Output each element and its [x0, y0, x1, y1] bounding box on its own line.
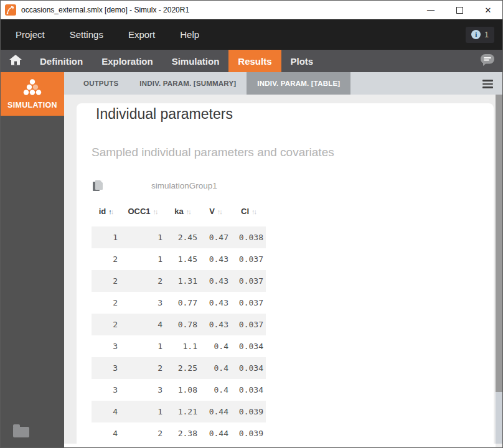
- info-icon: i: [471, 30, 481, 39]
- table-cell: 0.47: [200, 233, 231, 242]
- results-card: Individual parameters Sampled individual…: [77, 103, 494, 448]
- table-cell: 0.43: [200, 320, 231, 329]
- subtab-items: OUTPUTSINDIV. PARAM. [SUMMARY]INDIV. PAR…: [64, 72, 350, 95]
- menu-help[interactable]: Help: [180, 29, 199, 40]
- table-row: 311.10.40.034: [92, 335, 266, 357]
- simulation-group-label: simulationGroup1: [151, 181, 217, 190]
- title-bar: occasions_external.smlx [demo] - Simulx …: [1, 1, 502, 19]
- table-cell: 1.21: [165, 407, 200, 416]
- table-cell: 1.08: [165, 385, 200, 394]
- table-header-row: id↑↓OCC1↑↓ka↑↓V↑↓Cl↑↓: [92, 203, 266, 219]
- tab-results[interactable]: Results: [228, 50, 281, 72]
- notification-badge[interactable]: i 1: [466, 27, 494, 43]
- table-cell: 1: [92, 233, 120, 242]
- simulation-dots-icon: [21, 79, 44, 98]
- table-cell: 0.43: [200, 276, 231, 286]
- window-title: occasions_external.smlx [demo] - Simulx …: [21, 6, 189, 14]
- sidebar-item-simulation[interactable]: SIMULATION: [1, 72, 64, 116]
- tab-definition[interactable]: Definition: [31, 50, 92, 72]
- table-cell: 2: [92, 254, 120, 264]
- table-cell: 0.037: [231, 254, 266, 264]
- sort-arrows-icon: ↑↓: [252, 207, 256, 216]
- table-cell: 4: [92, 407, 120, 416]
- table-cell: 0.77: [165, 298, 200, 307]
- column-header-id[interactable]: id↑↓: [92, 207, 120, 216]
- table-row: 112.450.470.038: [92, 226, 266, 248]
- subtab-outputs[interactable]: OUTPUTS: [73, 72, 129, 95]
- table-cell: 2: [120, 363, 165, 373]
- table-cell: 0.039: [231, 407, 266, 416]
- results-content: Individual parameters Sampled individual…: [64, 95, 502, 448]
- nav-tabs: DefinitionExplorationSimulationResultsPl…: [31, 50, 322, 72]
- chat-bubble-icon: [480, 54, 495, 69]
- close-button[interactable]: ✕: [474, 1, 502, 19]
- table-cell: 2: [92, 298, 120, 307]
- notification-count: 1: [484, 30, 489, 39]
- table-row: 422.380.440.039: [92, 422, 266, 444]
- sort-arrows-icon: ↑↓: [153, 207, 157, 216]
- table-row: 211.450.430.037: [92, 248, 266, 270]
- table-cell: 0.43: [200, 254, 231, 264]
- tab-plots[interactable]: Plots: [281, 50, 323, 72]
- table-cell: 2: [92, 276, 120, 286]
- table-row: 331.080.40.034: [92, 379, 266, 401]
- table-cell: 0.037: [231, 320, 266, 329]
- menu-settings[interactable]: Settings: [70, 29, 103, 40]
- table-cell: 0.034: [231, 363, 266, 373]
- table-row: 221.310.430.037: [92, 270, 266, 292]
- simulx-app-icon: [5, 4, 16, 16]
- column-header-cl[interactable]: Cl↑↓: [231, 207, 266, 216]
- table-cell: 3: [120, 385, 165, 394]
- table-cell: 3: [92, 342, 120, 351]
- table-cell: 1: [120, 342, 165, 351]
- vertical-scrollbar-thumb[interactable]: [496, 95, 502, 392]
- column-header-ka[interactable]: ka↑↓: [165, 207, 200, 216]
- column-header-occ1[interactable]: OCC1↑↓: [120, 207, 165, 216]
- table-row: 322.250.40.034: [92, 357, 266, 379]
- feedback-button[interactable]: [480, 54, 495, 69]
- sort-arrows-icon: ↑↓: [108, 207, 113, 216]
- menu-project[interactable]: Project: [16, 29, 45, 40]
- folder-icon[interactable]: [13, 427, 29, 437]
- window-controls: — ✕: [416, 1, 502, 19]
- table-cell: 1: [120, 407, 165, 416]
- subtab-indiv-param-table[interactable]: INDIV. PARAM. [TABLE]: [247, 72, 350, 95]
- page-title: Individual parameters: [96, 106, 494, 123]
- column-header-v[interactable]: V↑↓: [200, 207, 231, 216]
- table-cell: 0.037: [231, 276, 266, 286]
- table-cell: 1: [120, 254, 165, 264]
- table-cell: 0.44: [200, 429, 231, 438]
- table-cell: 2: [120, 276, 165, 286]
- table-row: 230.770.430.037: [92, 292, 266, 314]
- table-row: 411.210.440.039: [92, 401, 266, 422]
- table-cell: 0.44: [200, 407, 231, 416]
- results-subtabs: OUTPUTSINDIV. PARAM. [SUMMARY]INDIV. PAR…: [64, 72, 502, 95]
- minimize-button[interactable]: —: [416, 1, 445, 19]
- table-cell: 3: [92, 363, 120, 373]
- maximize-button[interactable]: [445, 1, 474, 19]
- table-cell: 1.1: [165, 342, 200, 351]
- vertical-scrollbar[interactable]: [496, 95, 502, 444]
- table-cell: 1: [120, 233, 165, 242]
- table-cell: 1.45: [165, 254, 200, 264]
- table-row: 240.780.430.037: [92, 314, 266, 335]
- copy-icon: [92, 179, 104, 192]
- table-cell: 0.78: [165, 320, 200, 329]
- section-title: Sampled individual parameters and covari…: [92, 146, 494, 159]
- tab-simulation[interactable]: Simulation: [162, 50, 229, 72]
- copy-table-button[interactable]: [92, 179, 104, 192]
- sort-arrows-icon: ↑↓: [186, 207, 190, 216]
- menu-export[interactable]: Export: [128, 29, 155, 40]
- tab-exploration[interactable]: Exploration: [92, 50, 162, 72]
- horizontal-scrollbar-track[interactable]: [64, 444, 496, 448]
- table-rows: 112.450.470.038211.450.430.037221.310.43…: [92, 226, 266, 444]
- sort-arrows-icon: ↑↓: [217, 207, 222, 216]
- sidebar-item-label: SIMULATION: [7, 101, 57, 110]
- table-cell: 0.039: [231, 429, 266, 438]
- table-cell: 2.25: [165, 363, 200, 373]
- hamburger-menu-icon[interactable]: [482, 80, 493, 90]
- subtab-indiv-param-summary[interactable]: INDIV. PARAM. [SUMMARY]: [129, 72, 247, 95]
- home-button[interactable]: [1, 50, 31, 72]
- table-cell: 0.034: [231, 342, 266, 351]
- table-cell: 2.45: [165, 233, 200, 242]
